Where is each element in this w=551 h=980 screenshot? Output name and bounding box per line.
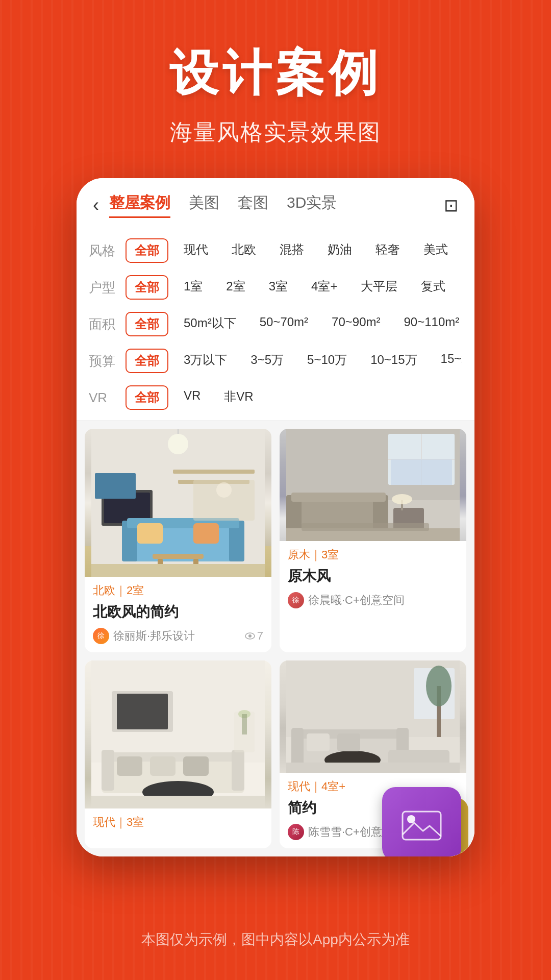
svg-rect-68 bbox=[403, 812, 441, 840]
filter-tag-1room[interactable]: 1室 bbox=[176, 275, 211, 300]
filter-tag-duplex[interactable]: 复式 bbox=[413, 275, 454, 300]
card-1-author: 徐 徐丽斯·邦乐设计 7 bbox=[93, 628, 263, 644]
card-4[interactable]: 现代｜4室+ 简约 陈 陈雪雪·C+创意空… bbox=[280, 660, 466, 848]
hero-title: 设计案例 bbox=[169, 41, 382, 107]
svg-rect-47 bbox=[150, 756, 176, 776]
filter-section: 风格 全部 现代 北欧 混搭 奶油 轻奢 美式 户型 全部 bbox=[77, 228, 474, 421]
card-4-avatar: 陈 bbox=[288, 824, 304, 840]
filter-tag-all-type[interactable]: 全部 bbox=[126, 275, 168, 300]
tab-whole-house[interactable]: 整屋案例 bbox=[109, 192, 170, 218]
page-wrapper: 设计案例 海量风格实景效果图 ‹ 整屋案例 美图 套图 3D实景 ⊡ 风格 bbox=[0, 0, 551, 980]
filter-row-vr: VR 全部 VR 非VR bbox=[89, 379, 462, 416]
save-icon[interactable]: ⊡ bbox=[444, 195, 458, 215]
filter-tags-type: 全部 1室 2室 3室 4室+ 大平层 复式 bbox=[126, 275, 454, 300]
card-2-meta: 原木｜3室 bbox=[288, 547, 458, 562]
tab-beautiful-pics[interactable]: 美图 bbox=[189, 192, 219, 218]
card-2-image bbox=[280, 429, 466, 541]
svg-point-66 bbox=[426, 666, 452, 706]
filter-row-budget: 预算 全部 3万以下 3~5万 5~10万 10~15万 15~2… bbox=[89, 342, 462, 379]
svg-rect-64 bbox=[337, 733, 360, 751]
filter-tag-2room[interactable]: 2室 bbox=[218, 275, 253, 300]
filter-tag-3-5w[interactable]: 3~5万 bbox=[242, 349, 292, 373]
svg-rect-45 bbox=[232, 750, 244, 791]
svg-rect-46 bbox=[117, 756, 142, 776]
back-button[interactable]: ‹ bbox=[93, 194, 99, 216]
card-2-title: 原木风 bbox=[288, 567, 458, 586]
svg-rect-16 bbox=[91, 564, 265, 577]
filter-tags-budget: 全部 3万以下 3~5万 5~10万 10~15万 15~2… bbox=[126, 349, 462, 373]
filter-tag-no-vr[interactable]: 非VR bbox=[216, 385, 261, 410]
filter-tag-vr[interactable]: VR bbox=[176, 385, 209, 410]
filter-tag-3w-below[interactable]: 3万以下 bbox=[176, 349, 235, 373]
filter-label-style: 风格 bbox=[89, 242, 117, 260]
svg-rect-63 bbox=[307, 733, 330, 751]
svg-point-33 bbox=[392, 494, 412, 504]
svg-rect-53 bbox=[242, 714, 247, 734]
card-2-author: 徐 徐晨曦·C+创意空间 bbox=[288, 592, 458, 608]
svg-rect-59 bbox=[291, 728, 304, 765]
svg-rect-50 bbox=[91, 796, 265, 808]
phone-mockup: ‹ 整屋案例 美图 套图 3D实景 ⊡ 风格 全部 现代 北欧 bbox=[77, 178, 474, 856]
svg-rect-41 bbox=[117, 694, 168, 729]
filter-tag-light-luxury[interactable]: 轻奢 bbox=[367, 238, 408, 263]
image-placeholder-icon bbox=[400, 806, 443, 842]
filter-tag-10-15w[interactable]: 10~15万 bbox=[362, 349, 425, 373]
floating-image-icon bbox=[382, 787, 474, 856]
tab-3d[interactable]: 3D实景 bbox=[287, 192, 337, 218]
filter-tag-70-90[interactable]: 70~90m² bbox=[323, 312, 388, 336]
svg-rect-44 bbox=[102, 750, 114, 791]
filter-row-style: 风格 全部 现代 北欧 混搭 奶油 轻奢 美式 bbox=[89, 232, 462, 269]
card-2-info: 原木｜3室 原木风 徐 徐晨曦·C+创意空间 bbox=[280, 541, 466, 617]
filter-tag-50below[interactable]: 50m²以下 bbox=[176, 312, 244, 336]
card-1-info: 北欧｜2室 北欧风的简约 徐 徐丽斯·邦乐设计 7 bbox=[85, 577, 271, 652]
card-1-image bbox=[85, 429, 271, 577]
svg-point-18 bbox=[216, 482, 232, 498]
nav-tabs: 整屋案例 美图 套图 3D实景 bbox=[109, 192, 444, 218]
svg-point-1 bbox=[168, 434, 188, 454]
filter-tag-cream-style[interactable]: 奶油 bbox=[319, 238, 360, 263]
filter-row-type: 户型 全部 1室 2室 3室 4室+ 大平层 复式 bbox=[89, 269, 462, 306]
filter-tag-90-110[interactable]: 90~110m² bbox=[395, 312, 462, 336]
card-1-meta: 北欧｜2室 bbox=[93, 583, 263, 598]
card-1-title: 北欧风的简约 bbox=[93, 602, 263, 622]
filter-tag-modern-style[interactable]: 现代 bbox=[176, 238, 216, 263]
svg-rect-26 bbox=[391, 459, 452, 485]
filter-tag-4room[interactable]: 4室+ bbox=[303, 275, 345, 300]
filter-tag-5-10w[interactable]: 5~10万 bbox=[299, 349, 355, 373]
filter-tag-mix-style[interactable]: 混搭 bbox=[271, 238, 312, 263]
filter-tag-3room[interactable]: 3室 bbox=[261, 275, 296, 300]
filter-row-area: 面积 全部 50m²以下 50~70m² 70~90m² 90~110m² bbox=[89, 306, 462, 342]
hero-subtitle: 海量风格实景效果图 bbox=[170, 117, 381, 148]
card-2-avatar: 徐 bbox=[288, 592, 304, 608]
card-3-meta: 现代｜3室 bbox=[93, 815, 263, 830]
card-2-author-name: 徐晨曦·C+创意空间 bbox=[308, 593, 405, 608]
svg-rect-67 bbox=[286, 763, 460, 773]
nav-bar: ‹ 整屋案例 美图 套图 3D实景 ⊡ bbox=[77, 178, 474, 228]
card-2[interactable]: 原木｜3室 原木风 徐 徐晨曦·C+创意空间 bbox=[280, 429, 466, 652]
card-4-image bbox=[280, 660, 466, 773]
filter-tag-all-style[interactable]: 全部 bbox=[126, 238, 168, 263]
filter-tags-vr: 全部 VR 非VR bbox=[126, 385, 262, 410]
filter-tag-all-vr[interactable]: 全部 bbox=[126, 385, 168, 410]
card-3[interactable]: 现代｜3室 bbox=[85, 660, 271, 848]
filter-label-area: 面积 bbox=[89, 315, 117, 333]
card-3-info: 现代｜3室 bbox=[85, 808, 271, 842]
filter-tag-all-budget[interactable]: 全部 bbox=[126, 349, 168, 373]
card-1[interactable]: 北欧｜2室 北欧风的简约 徐 徐丽斯·邦乐设计 7 bbox=[85, 429, 271, 652]
filter-tags-area: 全部 50m²以下 50~70m² 70~90m² 90~110m² bbox=[126, 312, 462, 336]
filter-label-budget: 预算 bbox=[89, 352, 117, 370]
filter-tag-50-70[interactable]: 50~70m² bbox=[252, 312, 316, 336]
filter-tag-flat[interactable]: 大平层 bbox=[353, 275, 406, 300]
filter-tag-nordic-style[interactable]: 北欧 bbox=[223, 238, 264, 263]
tab-suite[interactable]: 套图 bbox=[238, 192, 268, 218]
card-grid: 北欧｜2室 北欧风的简约 徐 徐丽斯·邦乐设计 7 bbox=[77, 421, 474, 856]
filter-label-type: 户型 bbox=[89, 279, 117, 297]
svg-rect-35 bbox=[302, 523, 429, 531]
svg-point-20 bbox=[248, 634, 252, 638]
filter-tag-15w-plus[interactable]: 15~2… bbox=[433, 349, 462, 373]
app-content: ‹ 整屋案例 美图 套图 3D实景 ⊡ 风格 全部 现代 北欧 bbox=[77, 178, 474, 856]
filter-tag-american-style[interactable]: 美式 bbox=[415, 238, 456, 263]
filter-tags-style: 全部 现代 北欧 混搭 奶油 轻奢 美式 bbox=[126, 238, 456, 263]
card-1-views: 7 bbox=[245, 629, 263, 643]
filter-tag-all-area[interactable]: 全部 bbox=[126, 312, 168, 336]
